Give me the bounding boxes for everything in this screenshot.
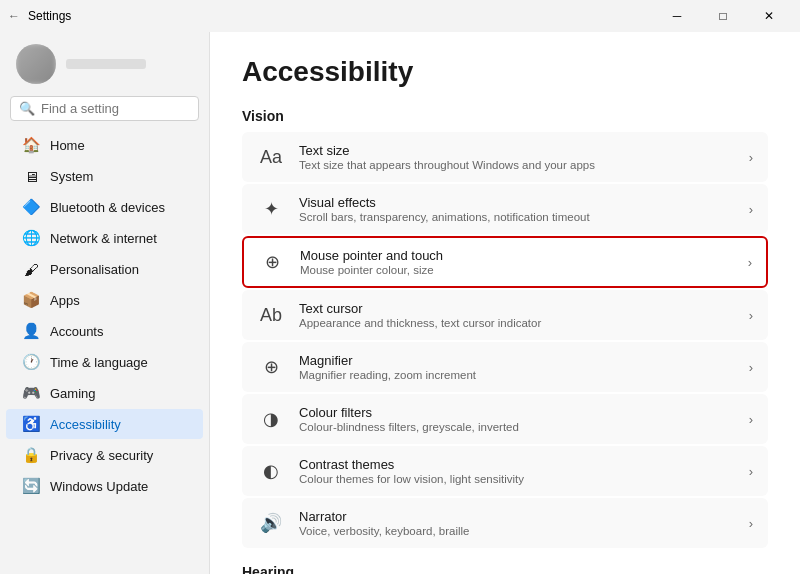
sidebar-item-accounts[interactable]: 👤Accounts [6, 316, 203, 346]
settings-item-desc-colour-filters: Colour-blindness filters, greyscale, inv… [299, 421, 519, 433]
chevron-icon-text-size: › [749, 150, 753, 165]
settings-item-title-mouse-pointer: Mouse pointer and touch [300, 248, 443, 263]
sidebar-item-personalisation[interactable]: 🖌Personalisation [6, 254, 203, 284]
nav-icon-bluetooth: 🔷 [22, 198, 40, 216]
section-heading-vision: Vision [242, 108, 768, 124]
title-bar-controls: ─ □ ✕ [654, 0, 792, 32]
page-title: Accessibility [242, 56, 768, 88]
settings-item-icon-colour-filters: ◑ [257, 405, 285, 433]
settings-item-title-magnifier: Magnifier [299, 353, 476, 368]
settings-item-mouse-pointer[interactable]: ⊕Mouse pointer and touchMouse pointer co… [242, 236, 768, 288]
settings-item-text-narrator: NarratorVoice, verbosity, keyboard, brai… [299, 509, 469, 537]
nav-icon-accessibility: ♿ [22, 415, 40, 433]
settings-item-text-cursor[interactable]: AbText cursorAppearance and thickness, t… [242, 290, 768, 340]
search-box[interactable]: 🔍 [10, 96, 199, 121]
nav-label-personalisation: Personalisation [50, 262, 139, 277]
settings-item-title-colour-filters: Colour filters [299, 405, 519, 420]
settings-item-desc-contrast-themes: Colour themes for low vision, light sens… [299, 473, 524, 485]
settings-item-text-text-cursor: Text cursorAppearance and thickness, tex… [299, 301, 541, 329]
settings-item-title-contrast-themes: Contrast themes [299, 457, 524, 472]
settings-item-text-visual-effects: Visual effectsScroll bars, transparency,… [299, 195, 590, 223]
nav-label-privacy: Privacy & security [50, 448, 153, 463]
chevron-icon-narrator: › [749, 516, 753, 531]
settings-item-narrator[interactable]: 🔊NarratorVoice, verbosity, keyboard, bra… [242, 498, 768, 548]
nav-icon-personalisation: 🖌 [22, 260, 40, 278]
search-input[interactable] [41, 101, 190, 116]
sidebar-item-network[interactable]: 🌐Network & internet [6, 223, 203, 253]
minimize-button[interactable]: ─ [654, 0, 700, 32]
settings-item-title-text-size: Text size [299, 143, 595, 158]
sidebar-nav: 🏠Home🖥System🔷Bluetooth & devices🌐Network… [0, 129, 209, 502]
settings-item-desc-mouse-pointer: Mouse pointer colour, size [300, 264, 443, 276]
settings-item-contrast-themes[interactable]: ◐Contrast themesColour themes for low vi… [242, 446, 768, 496]
settings-item-left-mouse-pointer: ⊕Mouse pointer and touchMouse pointer co… [258, 248, 443, 276]
settings-item-text-text-size: Text sizeText size that appears througho… [299, 143, 595, 171]
settings-list-vision: AaText sizeText size that appears throug… [242, 132, 768, 548]
nav-icon-update: 🔄 [22, 477, 40, 495]
nav-icon-apps: 📦 [22, 291, 40, 309]
avatar [16, 44, 56, 84]
sidebar-item-time[interactable]: 🕐Time & language [6, 347, 203, 377]
nav-label-system: System [50, 169, 93, 184]
sidebar-item-accessibility[interactable]: ♿Accessibility [6, 409, 203, 439]
title-bar-label: Settings [28, 9, 71, 23]
chevron-icon-mouse-pointer: › [748, 255, 752, 270]
settings-item-icon-magnifier: ⊕ [257, 353, 285, 381]
sidebar-item-system[interactable]: 🖥System [6, 161, 203, 191]
settings-item-left-text-cursor: AbText cursorAppearance and thickness, t… [257, 301, 541, 329]
chevron-icon-text-cursor: › [749, 308, 753, 323]
app-window: 🔍 🏠Home🖥System🔷Bluetooth & devices🌐Netwo… [0, 32, 800, 574]
sidebar-profile [0, 32, 209, 92]
settings-item-icon-contrast-themes: ◐ [257, 457, 285, 485]
settings-item-left-narrator: 🔊NarratorVoice, verbosity, keyboard, bra… [257, 509, 469, 537]
settings-item-text-magnifier: MagnifierMagnifier reading, zoom increme… [299, 353, 476, 381]
nav-label-home: Home [50, 138, 85, 153]
sidebar: 🔍 🏠Home🖥System🔷Bluetooth & devices🌐Netwo… [0, 32, 210, 574]
settings-item-desc-magnifier: Magnifier reading, zoom increment [299, 369, 476, 381]
settings-item-magnifier[interactable]: ⊕MagnifierMagnifier reading, zoom increm… [242, 342, 768, 392]
nav-icon-network: 🌐 [22, 229, 40, 247]
settings-item-left-contrast-themes: ◐Contrast themesColour themes for low vi… [257, 457, 524, 485]
chevron-icon-magnifier: › [749, 360, 753, 375]
settings-item-left-colour-filters: ◑Colour filtersColour-blindness filters,… [257, 405, 519, 433]
maximize-button[interactable]: □ [700, 0, 746, 32]
title-bar: ← Settings ─ □ ✕ [0, 0, 800, 32]
nav-label-gaming: Gaming [50, 386, 96, 401]
sidebar-item-home[interactable]: 🏠Home [6, 130, 203, 160]
settings-item-icon-mouse-pointer: ⊕ [258, 248, 286, 276]
nav-label-time: Time & language [50, 355, 148, 370]
settings-item-colour-filters[interactable]: ◑Colour filtersColour-blindness filters,… [242, 394, 768, 444]
sidebar-item-bluetooth[interactable]: 🔷Bluetooth & devices [6, 192, 203, 222]
settings-item-text-contrast-themes: Contrast themesColour themes for low vis… [299, 457, 524, 485]
nav-label-network: Network & internet [50, 231, 157, 246]
nav-icon-gaming: 🎮 [22, 384, 40, 402]
nav-icon-home: 🏠 [22, 136, 40, 154]
settings-item-left-magnifier: ⊕MagnifierMagnifier reading, zoom increm… [257, 353, 476, 381]
nav-icon-system: 🖥 [22, 167, 40, 185]
sidebar-item-gaming[interactable]: 🎮Gaming [6, 378, 203, 408]
back-arrow[interactable]: ← [8, 9, 20, 23]
settings-item-text-colour-filters: Colour filtersColour-blindness filters, … [299, 405, 519, 433]
settings-sections: VisionAaText sizeText size that appears … [242, 108, 768, 574]
settings-item-visual-effects[interactable]: ✦Visual effectsScroll bars, transparency… [242, 184, 768, 234]
close-button[interactable]: ✕ [746, 0, 792, 32]
settings-item-text-mouse-pointer: Mouse pointer and touchMouse pointer col… [300, 248, 443, 276]
settings-item-left-text-size: AaText sizeText size that appears throug… [257, 143, 595, 171]
settings-item-desc-text-cursor: Appearance and thickness, text cursor in… [299, 317, 541, 329]
settings-item-title-visual-effects: Visual effects [299, 195, 590, 210]
settings-item-desc-text-size: Text size that appears throughout Window… [299, 159, 595, 171]
sidebar-item-privacy[interactable]: 🔒Privacy & security [6, 440, 203, 470]
settings-item-text-size[interactable]: AaText sizeText size that appears throug… [242, 132, 768, 182]
chevron-icon-contrast-themes: › [749, 464, 753, 479]
nav-label-accounts: Accounts [50, 324, 103, 339]
nav-label-bluetooth: Bluetooth & devices [50, 200, 165, 215]
settings-item-icon-text-size: Aa [257, 143, 285, 171]
nav-icon-privacy: 🔒 [22, 446, 40, 464]
search-icon: 🔍 [19, 101, 35, 116]
chevron-icon-visual-effects: › [749, 202, 753, 217]
sidebar-item-apps[interactable]: 📦Apps [6, 285, 203, 315]
sidebar-item-update[interactable]: 🔄Windows Update [6, 471, 203, 501]
settings-item-icon-visual-effects: ✦ [257, 195, 285, 223]
content-area: Accessibility VisionAaText sizeText size… [210, 32, 800, 574]
settings-item-desc-visual-effects: Scroll bars, transparency, animations, n… [299, 211, 590, 223]
